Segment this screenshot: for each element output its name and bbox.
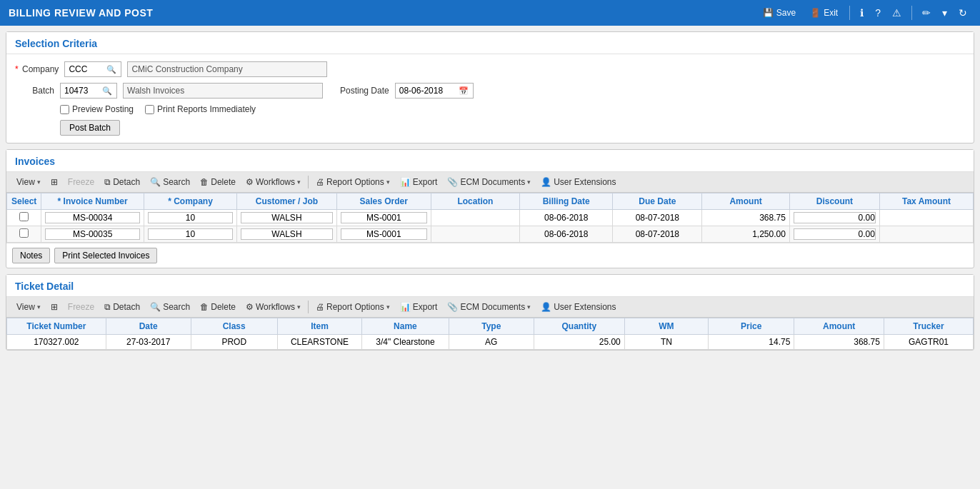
invoices-column-btn[interactable]: ⊞ [46,175,62,189]
ticket-name-input[interactable] [366,337,444,347]
due-date-input-1[interactable] [616,213,698,223]
ticket-export-btn[interactable]: 📊 Export [396,300,442,314]
invoices-view-btn[interactable]: View ▾ [12,175,45,189]
ticket-freeze-btn[interactable]: Freeze [64,300,99,314]
ticket-workflows-arrow: ▾ [297,303,301,311]
workflows-icon: ⚙ [246,177,254,187]
invoices-user-ext-btn[interactable]: 👤 User Extensions [536,175,620,189]
discount-input-2[interactable] [794,228,876,240]
amount-input-2[interactable] [706,229,786,239]
ticket-report-icon: 🖨 [316,302,324,312]
print-reports-label[interactable]: Print Reports Immediately [145,104,256,114]
alert-button[interactable]: ⚠ [888,4,906,21]
ticket-view-btn[interactable]: View ▾ [12,300,45,314]
calendar-icon[interactable]: 📅 [456,86,471,96]
posting-date-input[interactable] [396,83,456,99]
workflows-arrow: ▾ [297,178,301,186]
posting-date-wrapper: 📅 [395,83,474,99]
invoices-search-btn[interactable]: 🔍 Search [146,175,194,189]
ticket-ecm-icon: 📎 [447,302,458,312]
invoices-table: Select * Invoice Number * Company Custom… [6,193,974,243]
invoices-workflows-btn[interactable]: ⚙ Workflows ▾ [241,175,305,189]
batch-search-icon[interactable]: 🔍 [100,86,114,96]
ticket-delete-btn[interactable]: 🗑 Delete [196,300,240,314]
customer-input-2[interactable] [241,228,333,240]
ticket-column-btn[interactable]: ⊞ [46,300,62,314]
due-date-cell-1 [613,210,702,226]
save-icon: 💾 [763,8,774,18]
refresh-button[interactable]: ↻ [954,4,971,21]
due-date-input-2[interactable] [616,229,698,239]
ticket-report-btn[interactable]: 🖨 Report Options ▾ [311,300,394,314]
ticket-num-input[interactable] [11,337,102,347]
batch-number-input[interactable] [61,83,100,99]
col-location: Location [431,193,519,210]
ticket-qty-cell [534,335,624,350]
location-input-2[interactable] [435,229,516,239]
ticket-search-btn[interactable]: 🔍 Search [146,300,194,314]
company-input-2[interactable] [148,228,233,240]
invoices-export-btn[interactable]: 📊 Export [396,175,442,189]
amount-input-1[interactable] [706,213,786,223]
ticket-type-input[interactable] [453,337,530,347]
ticket-detach-btn[interactable]: ⧉ Detach [100,300,144,314]
ticket-wm-cell [624,335,708,350]
exit-button[interactable]: 🚪 Exit [804,5,844,21]
invoices-ecm-btn[interactable]: 📎 ECM Documents ▾ [443,175,535,189]
billing-date-input-1[interactable] [524,213,609,223]
header-sep-2 [911,6,912,20]
company-cell-1 [144,210,236,226]
tax-input-1[interactable] [884,213,969,223]
ticket-price-input[interactable] [712,337,790,347]
notes-button[interactable]: Notes [12,248,50,263]
ticket-ecm-btn[interactable]: 📎 ECM Documents ▾ [443,300,535,314]
save-button[interactable]: 💾 Save [757,5,801,21]
company-input-1[interactable] [148,212,233,223]
invoices-delete-btn[interactable]: 🗑 Delete [196,175,240,189]
preview-posting-label[interactable]: Preview Posting [60,104,134,114]
billing-date-cell-1 [520,210,613,226]
select-cell-1[interactable] [7,210,41,226]
user-ext-icon: 👤 [541,177,551,187]
ticket-user-ext-btn[interactable]: 👤 User Extensions [536,300,620,314]
dropdown-button[interactable]: ▾ [938,4,951,21]
invoice-num-input-2[interactable] [45,228,140,240]
edit-button[interactable]: ✏ [918,4,935,21]
invoice-num-input-1[interactable] [45,212,140,223]
ticket-workflows-btn[interactable]: ⚙ Workflows ▾ [241,300,305,314]
print-reports-checkbox[interactable] [145,105,154,114]
selection-criteria-body: * Company 🔍 Batch 🔍 Posting Date [6,54,974,143]
row1-checkbox[interactable] [19,212,29,221]
ticket-qty-input[interactable] [538,337,621,347]
table-row [7,335,974,350]
ticket-wm-input[interactable] [629,337,704,347]
location-input-1[interactable] [435,213,516,223]
report-icon: 🖨 [316,177,324,187]
ticket-amount-input[interactable] [798,337,880,347]
invoices-report-btn[interactable]: 🖨 Report Options ▾ [311,175,394,189]
discount-input-1[interactable] [794,212,876,223]
customer-input-1[interactable] [241,212,333,223]
ticket-search-icon: 🔍 [150,302,161,312]
ticket-class-input[interactable] [195,337,274,347]
company-code-input[interactable] [65,61,104,77]
ticket-trucker-input[interactable] [888,337,969,347]
ticket-item-input[interactable] [281,337,359,347]
sales-order-input-2[interactable] [341,228,427,240]
company-label: * Company [15,64,59,74]
sales-order-input-1[interactable] [341,212,427,223]
invoices-detach-btn[interactable]: ⧉ Detach [100,175,144,189]
ticket-date-input[interactable] [110,337,187,347]
help-button[interactable]: ? [871,4,885,21]
col-ticket-number: Ticket Number [7,318,106,335]
select-cell-2[interactable] [7,226,41,243]
billing-date-input-2[interactable] [524,229,609,239]
post-batch-button[interactable]: Post Batch [60,120,120,136]
company-search-icon[interactable]: 🔍 [104,65,119,74]
preview-posting-checkbox[interactable] [60,105,69,114]
info-button[interactable]: ℹ [856,4,868,21]
print-selected-button[interactable]: Print Selected Invoices [54,248,157,263]
tax-input-2[interactable] [884,229,969,239]
row2-checkbox[interactable] [19,228,29,238]
invoices-freeze-btn[interactable]: Freeze [64,175,99,189]
